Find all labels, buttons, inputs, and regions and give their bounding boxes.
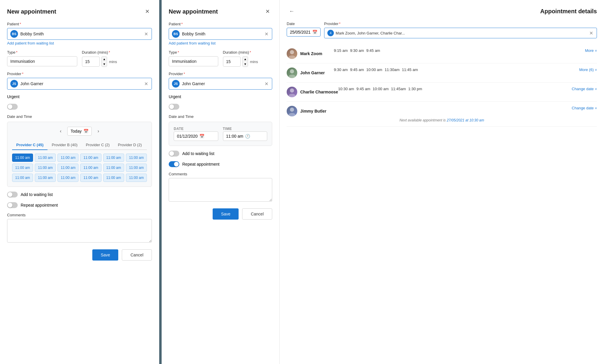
charlie-time-2[interactable]: 10:00 am [373,87,389,91]
mid-date-input[interactable]: 01/12/2020 📅 [174,131,218,141]
mid-comments-textarea[interactable] [169,178,272,202]
mid-provider-field: Provider* JS John Garner ✕ [169,72,272,90]
mid-save-button[interactable]: Save [213,208,239,220]
john-time-4[interactable]: 11:45 am [402,67,418,72]
right-provider-clear-button[interactable]: ✕ [589,30,594,36]
mid-date-time-row: Date 01/12/2020 📅 Time 11:00 am 🕐 [174,127,267,141]
mid-repeat-toggle[interactable] [169,161,179,167]
charlie-time-4[interactable]: 1:30 pm [408,87,422,91]
left-slot-2-2[interactable]: 11:00 am [58,174,78,182]
mid-type-field: Type* [169,50,218,67]
left-slot-2-1[interactable]: 11:00 am [35,174,56,182]
mid-time-input[interactable]: 11:00 am 🕐 [223,131,267,141]
charlie-time-3[interactable]: 11:45am [391,87,406,91]
left-tab-0[interactable]: Provider C (45) [12,140,47,150]
mid-urgent-toggle[interactable] [169,104,179,110]
mark-time-1[interactable]: 9:30 am [350,48,364,53]
mid-patient-clear-button[interactable]: ✕ [264,31,269,37]
mark-more-link[interactable]: More ∨ [585,48,597,53]
left-tab-1[interactable]: Provider B (40) [47,140,81,150]
right-provider-input[interactable]: 4 Mark Zoom, John Garner, Charlie Char..… [324,28,597,38]
left-slot-2-0[interactable]: 11:00 am [12,174,33,182]
left-repeat-toggle[interactable] [7,202,18,208]
right-panel-back-button[interactable]: ← [287,7,297,16]
mark-time-0[interactable]: 9:15 am [334,48,348,53]
john-time-2[interactable]: 10:00 am [366,67,382,72]
left-provider-clear-button[interactable]: ✕ [144,81,149,87]
john-time-3[interactable]: 11:30am [385,67,400,72]
mid-duration-field: Duration (mins)* ▲ ▼ mins [223,50,273,67]
left-save-button[interactable]: Save [92,249,118,261]
mid-date-section-label: Date [174,127,218,131]
left-date-next-button[interactable]: › [95,127,101,135]
left-patient-input[interactable]: BS Bobby Smith ✕ [7,28,152,40]
left-patient-name: Bobby Smith [20,32,141,36]
left-slot-1-5[interactable]: 11:00 am [126,164,147,172]
left-tab-3[interactable]: Provider D (2) [114,140,146,150]
left-add-patient-link[interactable]: Add patient from waiting list [7,41,54,45]
availability-row-jimmy: Jimmy Butler Change date ∨ Next availabl… [287,102,597,127]
left-panel-header: New appointment ✕ [7,7,152,16]
mid-patient-field: Patient* BS Bobby Smith ✕ Add patient fr… [169,22,272,45]
right-panel: ← Appointment details Date 25/05/2021 📅 … [280,0,604,364]
right-date-input[interactable]: 25/05/2021 📅 [287,28,321,37]
left-repeat-label: Repeat appointment [21,203,58,207]
mid-duration-input[interactable] [223,57,241,67]
left-provider-input[interactable]: JS John Garner ✕ [7,78,152,90]
left-duration-up[interactable]: ▲ [102,57,107,62]
middle-panel-close-button[interactable]: ✕ [263,7,272,16]
left-duration-down[interactable]: ▼ [102,62,107,67]
john-time-1[interactable]: 9:45 am [350,67,364,72]
left-slot-0-4[interactable]: 11:00 am [103,154,124,162]
john-provider-info: John Garner [287,67,334,78]
left-slot-1-4[interactable]: 11:00 am [103,164,124,172]
left-slot-0-5[interactable]: 11:00 am [126,154,147,162]
left-slot-2-5[interactable]: 11:00 am [126,174,147,182]
charlie-more-link[interactable]: Change date ∨ [572,87,597,91]
jimmy-next-avail-date-link[interactable]: 27/05/2021 at 10:30 am [447,118,484,122]
mid-duration-spinner[interactable]: ▲ ▼ [242,56,248,67]
left-cancel-button[interactable]: Cancel [122,249,152,261]
left-slot-0-3[interactable]: 11:00 am [80,154,101,162]
mid-waiting-toggle[interactable] [169,151,179,157]
charlie-time-1[interactable]: 9:45 am [357,87,370,91]
left-type-input[interactable] [7,56,77,66]
left-comments-textarea[interactable] [7,219,152,243]
john-more-link[interactable]: More (6) ∨ [579,67,597,72]
left-slot-0-0[interactable]: 11:00 am [12,154,33,162]
left-slot-0-1[interactable]: 11:00 am [35,154,56,162]
mid-duration-down[interactable]: ▼ [243,62,248,67]
left-panel-close-button[interactable]: ✕ [143,7,152,16]
left-slot-1-1[interactable]: 11:00 am [35,164,56,172]
left-slot-2-4[interactable]: 11:00 am [103,174,124,182]
mid-provider-avatar: JS [172,80,180,88]
left-duration-input[interactable] [82,57,100,67]
left-duration-field: Duration (mins)* ▲ ▼ mins [82,50,152,67]
mid-waiting-row: Add to waiting list [169,151,272,157]
charlie-time-0[interactable]: 10:30 am [338,87,354,91]
left-slot-1-2[interactable]: 11:00 am [58,164,78,172]
john-time-0[interactable]: 9:30 am [334,67,348,72]
mid-type-label: Type* [169,50,218,55]
mid-patient-input[interactable]: BS Bobby Smith ✕ [169,28,272,40]
left-duration-spinner[interactable]: ▲ ▼ [101,56,107,67]
jimmy-change-date-link[interactable]: Change date ∨ [572,106,597,110]
left-slot-0-2[interactable]: 11:00 am [58,154,78,162]
mark-time-2[interactable]: 9:45 am [366,48,380,53]
left-date-prev-button[interactable]: ‹ [58,127,64,135]
left-slot-1-3[interactable]: 11:00 am [80,164,101,172]
mid-cancel-button[interactable]: Cancel [242,208,272,220]
mark-avail-times: 9:15 am 9:30 am 9:45 am [334,48,585,53]
left-slot-1-0[interactable]: 11:00 am [12,164,33,172]
left-tab-2[interactable]: Provider C (2) [82,140,114,150]
left-slot-2-3[interactable]: 11:00 am [80,174,101,182]
mid-provider-input[interactable]: JS John Garner ✕ [169,78,272,90]
mid-duration-up[interactable]: ▲ [243,57,248,62]
mid-urgent-row: Urgent [169,94,272,99]
left-waiting-toggle[interactable] [7,192,18,197]
left-urgent-toggle[interactable] [7,104,18,110]
mid-add-patient-link[interactable]: Add patient from waiting list [169,41,216,45]
mid-provider-clear-button[interactable]: ✕ [264,81,269,87]
left-patient-clear-button[interactable]: ✕ [144,31,149,37]
mid-type-input[interactable] [169,56,218,66]
